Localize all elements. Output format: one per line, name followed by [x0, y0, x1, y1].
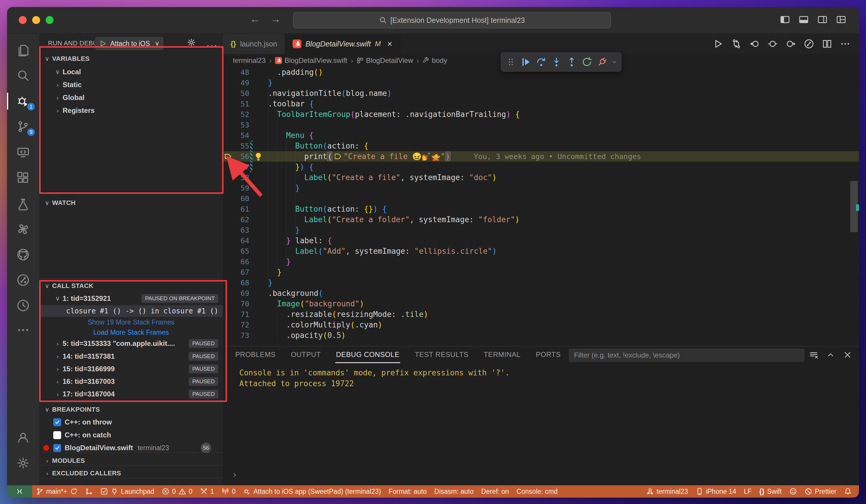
code-line-67[interactable]: 67} — [223, 267, 859, 277]
breadcrumb-item[interactable]: BlogDetailView.swift — [275, 56, 347, 65]
step-over-button[interactable] — [534, 55, 548, 69]
activitybar-item-accounts[interactable] — [7, 425, 39, 450]
code-line-59[interactable]: 59} — [223, 183, 859, 193]
run-icon[interactable] — [713, 39, 723, 49]
code-line-63[interactable]: 63} — [223, 225, 859, 235]
breakpoint-checkbox[interactable] — [53, 419, 61, 426]
views-more-icon[interactable]: ··· — [207, 40, 218, 50]
code-line-65[interactable]: 65Label("Add", systemImage: "ellipsis.ci… — [223, 246, 859, 256]
variables-scope-registers[interactable]: ›Registers — [39, 105, 223, 116]
code-line-62[interactable]: 62Label("Create a folder", systemImage: … — [223, 214, 859, 225]
breakpoint-row[interactable]: C++: on catch — [39, 429, 223, 441]
more-actions-icon[interactable] — [840, 39, 850, 49]
panel-tab-output[interactable]: OUTPUT — [290, 347, 321, 363]
restart-button[interactable] — [580, 55, 593, 69]
minimize-window-button[interactable] — [32, 16, 40, 24]
status-debug-session[interactable]: Attach to iOS app (SweetPad) (terminal23… — [239, 485, 385, 497]
breadcrumb-item[interactable]: BlogDetailView — [357, 56, 413, 65]
status-pipeline[interactable] — [81, 485, 97, 497]
activitybar-item-source-control[interactable]: 9 — [7, 114, 39, 139]
code-line-54[interactable]: 54Menu { — [223, 130, 859, 141]
debug-settings-gear-icon[interactable] — [187, 38, 196, 47]
history-forward-icon[interactable]: → — [270, 13, 281, 25]
status-git-branch[interactable]: main*+ — [32, 485, 81, 497]
status-port-count[interactable]: 0 — [218, 485, 239, 497]
close-window-button[interactable] — [19, 16, 26, 24]
section-call-stack[interactable]: ∨CALL STACK — [39, 280, 223, 292]
code-line-53[interactable]: 53 — [223, 119, 859, 130]
callstack-frame[interactable]: closure #1 () -> () in closure #1 () -> … — [39, 305, 223, 317]
activitybar-item-run-and-debug[interactable]: 1 — [7, 89, 39, 114]
disconnect-dropdown-chevron-icon[interactable] — [611, 55, 618, 69]
code-line-64[interactable]: 64} label: { — [223, 235, 859, 246]
status-fix-count[interactable]: 1 — [196, 485, 218, 497]
code-line-50[interactable]: 50.navigationTitle(blog.name) — [223, 88, 859, 99]
section-watch[interactable]: ∨WATCH — [39, 197, 223, 209]
activitybar-item-github[interactable] — [7, 242, 39, 267]
breakpoint-row[interactable]: C++: on throw — [39, 416, 223, 428]
debug-console-filter-input[interactable] — [569, 348, 804, 362]
status-prettier[interactable]: Prettier — [801, 485, 840, 497]
activitybar-item-sweetpad[interactable] — [7, 217, 39, 242]
section-variables[interactable]: ∨VARIABLES — [39, 53, 223, 65]
lightbulb-icon[interactable] — [254, 152, 263, 162]
callstack-thread[interactable]: ›15: tid=3166999PAUSED — [39, 363, 223, 375]
step-out-button[interactable] — [565, 55, 578, 69]
status-console-mode[interactable]: Console: cmd — [513, 485, 562, 497]
command-center-search[interactable]: [Extension Development Host] terminal23 — [293, 12, 611, 28]
maximize-panel-icon[interactable] — [826, 351, 835, 359]
variables-scope-static[interactable]: ›Static — [39, 79, 223, 91]
customize-layout-icon[interactable] — [836, 15, 846, 25]
remote-indicator[interactable] — [7, 485, 32, 497]
breakpoint-row[interactable]: BlogDetailView.swiftterminal2356 — [39, 442, 223, 454]
code-line-49[interactable]: 49} — [223, 78, 859, 88]
panel-tab-terminal[interactable]: TERMINAL — [483, 347, 521, 363]
status-launchpad[interactable]: Launchpad — [97, 485, 158, 497]
breakpoint-checkbox[interactable] — [53, 444, 61, 452]
stack-frames-link[interactable]: Load More Stack Frames — [93, 329, 169, 336]
code-line-56[interactable]: 56print("Create a file 😖💅🙅")You, 3 weeks… — [223, 151, 859, 162]
activitybar-item-testing[interactable] — [7, 192, 39, 217]
callstack-thread[interactable]: ›5: tid=3153333 "com.apple.uikit....PAUS… — [39, 337, 223, 350]
variables-scope-global[interactable]: ›Global — [39, 92, 223, 103]
panel-tab-ports[interactable]: PORTS — [535, 347, 561, 363]
code-line-58[interactable]: 58Label("Create a file", systemImage: "d… — [223, 172, 859, 183]
callstack-thread[interactable]: ›17: tid=3167004PAUSED — [39, 388, 223, 400]
run-commit-icon[interactable] — [804, 39, 814, 49]
section-modules[interactable]: ›MODULES — [39, 455, 223, 467]
code-line-73[interactable]: 73.opacity(0.5) — [223, 330, 859, 341]
activitybar-item-gitlens[interactable] — [7, 293, 39, 318]
activitybar-item-remote-explorer[interactable] — [7, 140, 39, 165]
code-line-69[interactable]: 69.background( — [223, 288, 859, 298]
status-language-mode[interactable]: {}Swift — [755, 485, 786, 497]
code-line-55[interactable]: 55Button(action: { — [223, 141, 859, 151]
breakpoint-checkbox[interactable] — [53, 431, 61, 439]
code-line-61[interactable]: 61Button(action: {}) { — [223, 204, 859, 214]
callstack-thread[interactable]: ›16: tid=3167003PAUSED — [39, 376, 223, 387]
launch-config-dropdown[interactable]: Attach to iOS a ∨ — [95, 37, 164, 50]
code-line-72[interactable]: 72.colorMultiply(.cyan) — [223, 320, 859, 330]
status-feedback[interactable] — [786, 485, 801, 497]
status-notifications[interactable] — [840, 485, 855, 497]
activitybar-item-additional-views[interactable] — [7, 318, 39, 343]
step-back-icon[interactable] — [750, 39, 759, 49]
status-disasm-mode[interactable]: Disasm: auto — [431, 485, 477, 497]
breadcrumb-item[interactable]: terminal23 — [233, 56, 266, 65]
section-excluded-callers[interactable]: ›EXCLUDED CALLERS — [39, 468, 223, 479]
activitybar-item-commit-graph[interactable] — [7, 267, 39, 293]
activitybar-item-search[interactable] — [7, 63, 39, 88]
status-target-scheme[interactable]: terminal23 — [643, 485, 692, 497]
variables-scope-local[interactable]: ∨Local — [39, 66, 223, 78]
code-line-51[interactable]: 51.toolbar { — [223, 99, 859, 109]
code-line-66[interactable]: 66} — [223, 256, 859, 267]
panel-tab-test-results[interactable]: TEST RESULTS — [414, 347, 469, 363]
status-device[interactable]: iPhone 14 — [692, 485, 740, 497]
code-editor[interactable]: 48.padding()49}50.navigationTitle(blog.n… — [223, 67, 859, 346]
status-eol[interactable]: LF — [740, 485, 755, 497]
start-debug-icon[interactable] — [99, 40, 107, 47]
git-compare-icon[interactable] — [731, 39, 741, 49]
panel-tab-debug-console[interactable]: DEBUG CONSOLE — [335, 347, 400, 363]
toggle-secondary-sidebar-icon[interactable] — [818, 15, 828, 25]
step-into-button[interactable] — [550, 55, 563, 69]
toggle-primary-sidebar-icon[interactable] — [780, 15, 790, 25]
